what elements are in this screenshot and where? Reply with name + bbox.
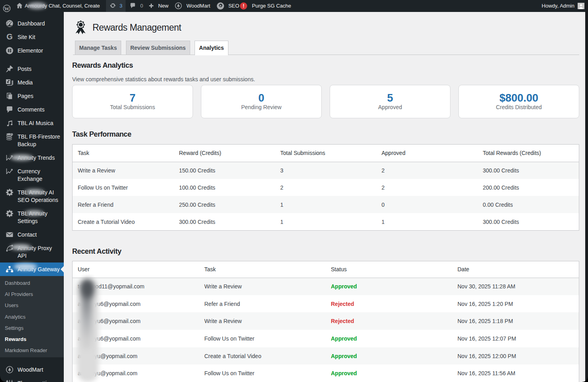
- svg-text:W: W: [4, 5, 10, 11]
